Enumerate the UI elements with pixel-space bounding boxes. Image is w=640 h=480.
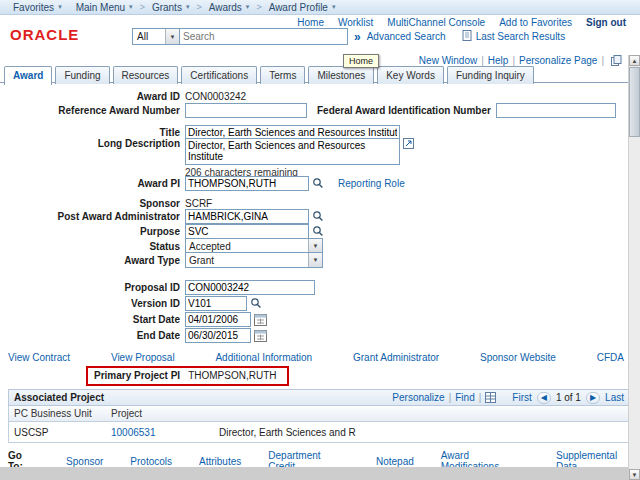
post-award-admin-input[interactable] [185, 209, 309, 224]
personalize-page-icon[interactable] [611, 55, 622, 66]
chevron-down-icon: ▼ [308, 239, 322, 253]
calendar-icon[interactable] [254, 329, 267, 342]
lookup-icon[interactable] [250, 297, 262, 309]
help-link[interactable]: Help [488, 55, 509, 66]
grid-export-icon[interactable] [485, 392, 496, 403]
nav-worklist-link[interactable]: Worklist [338, 17, 373, 28]
lookup-icon[interactable] [312, 210, 324, 222]
col-project: Project [109, 408, 217, 419]
advanced-search-link[interactable]: Advanced Search [367, 31, 446, 42]
search-go-icon[interactable]: » [354, 30, 361, 44]
breadcrumb-favorites[interactable]: Favorites ▾ [6, 2, 69, 13]
federal-award-id-label: Federal Award Identification Number [317, 105, 491, 116]
pager-next-icon[interactable]: ▶ [586, 392, 600, 404]
new-window-link[interactable]: New Window [419, 55, 477, 66]
tab-certifications[interactable]: Certifications [181, 66, 257, 84]
lookup-icon[interactable] [312, 225, 324, 237]
sponsor-website-link[interactable]: Sponsor Website [480, 352, 556, 363]
search-scope-select[interactable]: All ▼ [132, 28, 180, 45]
col-pc-business-unit: PC Business Unit [9, 408, 109, 419]
view-contract-link[interactable]: View Contract [8, 352, 70, 363]
nav-multichannel-link[interactable]: MultiChannel Console [387, 17, 485, 28]
associated-project-header: Associated Project Personalize | Find | … [8, 389, 630, 406]
tab-key-words[interactable]: Key Words [377, 66, 444, 84]
pager-current: 1 of 1 [556, 392, 581, 403]
project-link[interactable]: 10006531 [111, 427, 156, 438]
field-end-date: End Date [0, 327, 628, 343]
grid-pager: First ◀ 1 of 1 ▶ Last [512, 392, 624, 404]
field-proposal-id: Proposal ID [0, 279, 628, 295]
pager-prev-icon[interactable]: ◀ [537, 392, 551, 404]
reference-award-number-input[interactable] [185, 103, 307, 118]
start-date-input[interactable] [185, 312, 251, 327]
calendar-icon[interactable] [254, 313, 267, 326]
breadcrumb-main-menu[interactable]: Main Menu ▾ [69, 2, 140, 13]
chevron-down-icon: ▾ [129, 3, 133, 11]
end-date-label: End Date [0, 330, 180, 341]
primary-project-pi-value: THOMPSON,RUTH [188, 370, 276, 381]
pager-last-link[interactable]: Last [605, 392, 624, 403]
associated-project-title: Associated Project [14, 392, 104, 403]
award-type-label: Award Type [0, 255, 180, 266]
goto-protocols-link[interactable]: Protocols [130, 456, 172, 467]
lookup-icon[interactable] [312, 177, 324, 189]
purpose-input[interactable] [185, 224, 309, 239]
chevron-down-icon: ▾ [332, 3, 336, 11]
scroll-down-icon[interactable]: ▼ [629, 469, 640, 480]
field-award-pi: Award PI Reporting Role [0, 175, 628, 191]
federal-award-id-input[interactable] [496, 103, 616, 118]
version-id-label: Version ID [0, 298, 180, 309]
long-description-textarea[interactable]: Director, Earth Sciences and Resources I… [185, 138, 400, 165]
tab-award[interactable]: Award [4, 66, 52, 85]
award-type-select[interactable]: Grant ▼ [185, 252, 323, 268]
last-search-results-link[interactable]: Last Search Results [476, 31, 566, 42]
sign-out-link[interactable]: Sign out [586, 17, 626, 28]
divider: | [512, 55, 515, 66]
breadcrumb: Favorites ▾ Main Menu ▾ > Grants ▾ > Awa… [0, 0, 640, 15]
tab-terms[interactable]: Terms [260, 66, 305, 84]
field-post-award-admin: Post Award Administrator [0, 208, 628, 224]
grid-toolbar: Personalize | Find | First ◀ 1 of 1 ▶ La… [392, 392, 624, 404]
status-label: Status [0, 241, 180, 252]
nav-add-favorites-link[interactable]: Add to Favorites [499, 17, 572, 28]
tab-milestones[interactable]: Milestones [308, 66, 374, 84]
home-tooltip: Home [343, 54, 379, 68]
divider: | [601, 55, 604, 66]
grant-administrator-link[interactable]: Grant Administrator [353, 352, 439, 363]
tab-funding[interactable]: Funding [55, 66, 109, 84]
goto-sponsor-link[interactable]: Sponsor [66, 456, 103, 467]
award-pi-input[interactable] [185, 176, 309, 191]
goto-notepad-link[interactable]: Notepad [376, 456, 414, 467]
view-proposal-link[interactable]: View Proposal [111, 352, 175, 363]
field-start-date: Start Date [0, 311, 628, 327]
reporting-role-link[interactable]: Reporting Role [338, 178, 405, 189]
nav-home-link[interactable]: Home [297, 17, 324, 28]
goto-attributes-link[interactable]: Attributes [199, 456, 241, 467]
tab-resources[interactable]: Resources [113, 66, 179, 84]
version-id-input[interactable] [185, 296, 247, 311]
scrollbar-thumb[interactable] [629, 67, 640, 137]
proposal-id-input[interactable] [185, 280, 315, 295]
breadcrumb-grants[interactable]: Grants ▾ [145, 2, 197, 13]
page-action-bar: New Window | Help | Personalize Page | [419, 55, 622, 66]
breadcrumb-awards[interactable]: Awards ▾ [202, 2, 257, 13]
divider: | [481, 55, 484, 66]
personalize-page-link[interactable]: Personalize Page [519, 55, 597, 66]
grid-column-headers: PC Business Unit Project [8, 406, 630, 422]
chevron-down-icon: ▾ [246, 3, 250, 11]
additional-information-link[interactable]: Additional Information [215, 352, 312, 363]
scroll-up-icon[interactable]: ▲ [629, 55, 640, 66]
end-date-input[interactable] [185, 328, 251, 343]
sponsor-value: SCRF [185, 198, 212, 209]
search-input[interactable] [180, 28, 348, 45]
expand-icon[interactable] [403, 138, 414, 149]
vertical-scrollbar[interactable]: ▲ ▼ [628, 55, 640, 480]
breadcrumb-award-profile[interactable]: Award Profile ▾ [262, 2, 343, 13]
pager-first-link[interactable]: First [512, 392, 531, 403]
personalize-grid-link[interactable]: Personalize [392, 392, 444, 403]
global-search: All ▼ » Advanced Search Last Search Resu… [132, 28, 565, 45]
find-link[interactable]: Find [455, 392, 474, 403]
field-reference-federal: Reference Award Number Federal Award Ide… [0, 102, 628, 118]
tab-funding-inquiry[interactable]: Funding Inquiry [447, 66, 534, 84]
cfda-link[interactable]: CFDA [597, 352, 624, 363]
